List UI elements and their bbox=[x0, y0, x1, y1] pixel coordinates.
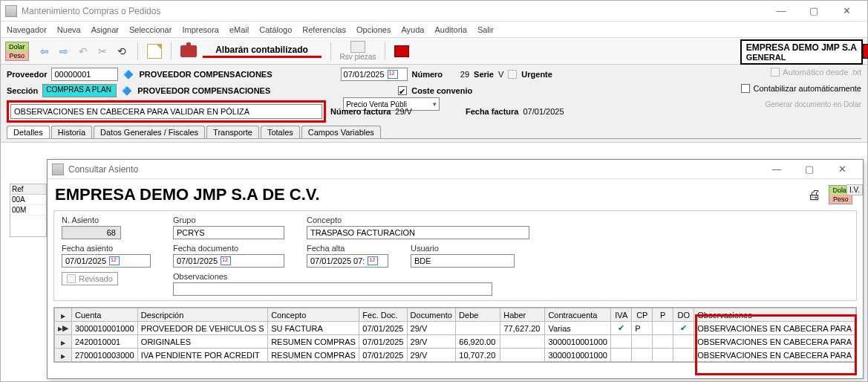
observaciones-value[interactable] bbox=[173, 282, 492, 296]
dolar-badge[interactable]: Dolar bbox=[6, 42, 28, 51]
undo-icon[interactable]: ↶ bbox=[76, 45, 90, 58]
cell-fec-doc: 07/01/2025 bbox=[359, 335, 407, 349]
cell-concepto: RESUMEN COMPRAS bbox=[268, 349, 359, 362]
refresh-icon[interactable]: ⟲ bbox=[115, 45, 128, 58]
contab-auto-group[interactable]: Contabilizar automáticamente bbox=[741, 84, 861, 93]
col-fec-doc[interactable]: Fec. Doc. bbox=[359, 308, 407, 322]
seccion-input[interactable]: COMPRAS A PLAN bbox=[42, 84, 117, 97]
tab-campos-variables[interactable]: Campos Variables bbox=[301, 126, 381, 138]
table-row[interactable]: 2700010003000IVA PENDIENTE POR ACREDITRE… bbox=[55, 349, 856, 362]
cell-fec-doc: 07/01/2025 bbox=[359, 349, 407, 362]
grupo-value[interactable]: PCRYS bbox=[173, 226, 284, 239]
coste-convenio-checkbox[interactable]: ✔ bbox=[398, 86, 407, 95]
contab-auto-checkbox[interactable] bbox=[741, 84, 750, 93]
nav-next-icon[interactable]: ⇨ bbox=[57, 45, 71, 58]
menu-asignar[interactable]: Asignar bbox=[91, 25, 119, 34]
revisado-checkbox[interactable]: Revisado bbox=[62, 272, 118, 285]
tab-totales[interactable]: Totales bbox=[261, 126, 300, 138]
cell-iva bbox=[611, 335, 632, 349]
table-row[interactable]: 2420010001ORIGINALESRESUMEN COMPRAS07/01… bbox=[55, 335, 856, 349]
calendar-icon[interactable] bbox=[388, 70, 398, 79]
concepto-value[interactable]: TRASPASO FACTURACION bbox=[307, 226, 529, 239]
revisado-label: Revisado bbox=[79, 274, 113, 283]
menu-ayuda[interactable]: Ayuda bbox=[401, 25, 424, 34]
col-concepto[interactable]: Concepto bbox=[268, 308, 359, 322]
cell-fec-doc: 07/01/2025 bbox=[359, 322, 407, 335]
child-close-button[interactable]: ✕ bbox=[826, 159, 858, 180]
calendar-icon[interactable] bbox=[109, 256, 120, 265]
tab-historia[interactable]: Historia bbox=[51, 126, 92, 138]
menu-seleccionar[interactable]: Seleccionar bbox=[129, 25, 172, 34]
col-p[interactable]: P bbox=[653, 308, 673, 322]
table-row[interactable]: ▶3000010001000PROVEEDOR DE VEHICULOS SSU… bbox=[55, 322, 856, 335]
new-doc-icon[interactable] bbox=[147, 44, 162, 59]
rsv-piezas[interactable]: Rsv piezas bbox=[340, 41, 376, 61]
menu-navegador[interactable]: Navegador bbox=[7, 25, 47, 34]
calendar-icon[interactable] bbox=[221, 256, 231, 265]
fg-fecha-asiento: Fecha asiento 07/01/2025 bbox=[62, 244, 151, 268]
fecha-alta-value[interactable]: 07/01/2025 07: bbox=[307, 254, 388, 268]
menu-email[interactable]: eMail bbox=[229, 25, 249, 34]
fecha-documento-value[interactable]: 07/01/2025 bbox=[173, 254, 284, 268]
child-maximize-button[interactable]: ▢ bbox=[793, 159, 826, 180]
nav-prev-icon[interactable]: ⇦ bbox=[38, 45, 51, 58]
seccion-search-icon[interactable]: 🔷 bbox=[121, 85, 133, 97]
tab-detalles[interactable]: Detalles bbox=[7, 126, 50, 138]
seccion-label: Sección bbox=[7, 86, 38, 95]
cell-haber bbox=[500, 335, 545, 349]
col-do[interactable]: DO bbox=[673, 308, 694, 322]
usuario-value[interactable]: BDE bbox=[411, 254, 515, 268]
seccion-name: PROVEEDOR COMPENSACIONES bbox=[137, 86, 270, 95]
col-descripcion[interactable]: Descripción bbox=[137, 308, 267, 322]
cell-debe: 10,707.20 bbox=[456, 349, 500, 362]
proveedor-search-icon[interactable]: 🔷 bbox=[123, 68, 134, 80]
col-haber[interactable]: Haber bbox=[500, 308, 545, 322]
rsv-icon bbox=[350, 41, 365, 53]
close-button[interactable]: ✕ bbox=[830, 1, 863, 22]
child-peso-badge[interactable]: Peso bbox=[829, 195, 852, 204]
cell-observaciones: OBSERVACIONES EN CABECERA PARA bbox=[694, 322, 856, 335]
minimize-button[interactable]: — bbox=[765, 1, 797, 22]
col-contracuenta[interactable]: Contracuenta bbox=[545, 308, 611, 322]
peso-badge[interactable]: Peso bbox=[6, 51, 28, 60]
briefcase-icon[interactable] bbox=[180, 45, 197, 57]
maximize-button[interactable]: ▢ bbox=[797, 1, 830, 22]
cut-icon[interactable]: ✂ bbox=[96, 45, 109, 58]
fecha-asiento-value[interactable]: 07/01/2025 bbox=[62, 254, 151, 268]
serie-label: Serie bbox=[474, 70, 494, 79]
fecha-input[interactable]: 07/01/2025 bbox=[341, 68, 408, 81]
currency-toggle[interactable]: Dolar Peso bbox=[5, 42, 29, 61]
urgente-checkbox[interactable] bbox=[508, 70, 517, 79]
cell-cuenta: 3000010001000 bbox=[72, 322, 138, 335]
calendar-icon[interactable] bbox=[368, 256, 378, 265]
tab-datos-generales[interactable]: Datos Generales / Fiscales bbox=[94, 126, 205, 138]
menu-auditoria[interactable]: Auditoria bbox=[434, 25, 466, 34]
col-cp[interactable]: CP bbox=[632, 308, 653, 322]
col-observaciones[interactable]: Observaciones bbox=[694, 308, 856, 322]
numero-value: 29 bbox=[447, 70, 469, 79]
menu-nueva[interactable]: Nueva bbox=[57, 25, 81, 34]
print-icon[interactable]: 🖨 bbox=[808, 187, 821, 203]
fecha-alta-label: Fecha alta bbox=[307, 244, 388, 253]
menu-catalogo[interactable]: Catálogo bbox=[259, 25, 292, 34]
proveedor-input[interactable] bbox=[51, 68, 118, 81]
child-minimize-button[interactable]: — bbox=[760, 159, 793, 180]
col-iva[interactable]: IVA bbox=[611, 308, 632, 322]
menu-salir[interactable]: Salir bbox=[477, 25, 494, 34]
menu-impresora[interactable]: Impresora bbox=[182, 25, 219, 34]
chip-icon[interactable] bbox=[394, 45, 409, 57]
obs-cabecera-input[interactable]: OBSERVACIONES EN CABECERA PARA VALIDAR E… bbox=[10, 104, 322, 119]
menu-referencias[interactable]: Referencias bbox=[302, 25, 346, 34]
menu-opciones[interactable]: Opciones bbox=[356, 25, 391, 34]
obs-cabecera-highlight: OBSERVACIONES EN CABECERA PARA VALIDAR E… bbox=[7, 100, 326, 123]
col-documento[interactable]: Documento bbox=[407, 308, 456, 322]
col-marker bbox=[55, 308, 72, 322]
tab-transporte[interactable]: Transporte bbox=[206, 126, 259, 138]
child-header: EMPRESA DEMO JMP S.A DE C.V. 🖨 Dolar Pes… bbox=[48, 179, 863, 210]
col-debe[interactable]: Debe bbox=[456, 308, 500, 322]
fg-fecha-documento: Fecha documento 07/01/2025 bbox=[173, 244, 284, 268]
urgente-label: Urgente bbox=[521, 70, 552, 79]
cell-p bbox=[653, 322, 673, 335]
col-cuenta[interactable]: Cuenta bbox=[72, 308, 138, 322]
asiento-table-wrap[interactable]: Cuenta Descripción Concepto Fec. Doc. Do… bbox=[53, 307, 857, 363]
